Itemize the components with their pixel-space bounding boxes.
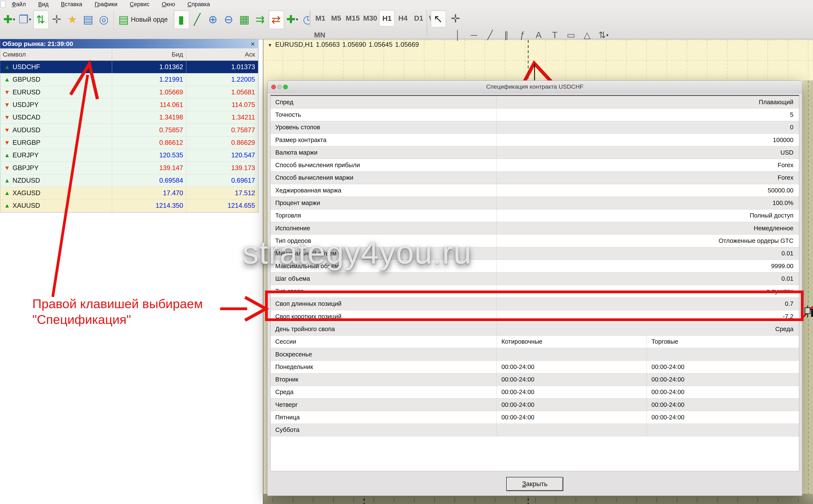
horizontal-line-tool-icon[interactable]: ─ (468, 29, 481, 41)
channel-tool-icon[interactable]: ∥ (500, 29, 513, 41)
spec-row[interactable]: Способ вычисления маржи Forex (271, 172, 799, 184)
trade-session-value: 00:00-24:00 (647, 373, 799, 386)
table-row[interactable]: AUDUSD 0.75857 0.75877 (0, 124, 258, 136)
menu-item[interactable]: Файл (6, 1, 32, 8)
session-day-row[interactable]: Среда 00:00-24:00 00:00-24:00 (271, 386, 799, 399)
collapse-icon[interactable]: ▼ (268, 43, 272, 48)
column-header-bid[interactable]: Бид (112, 48, 186, 60)
spec-label: Валюта маржи (271, 146, 497, 159)
new-chart-icon[interactable]: ✚ ▾ (2, 10, 17, 28)
spec-label: Хеджированная маржа (271, 184, 497, 196)
quote-session-value (497, 348, 647, 360)
spec-row[interactable]: День тройного свопа Среда (271, 323, 799, 335)
spec-row[interactable]: Хеджированная маржа 50000.00 (271, 184, 799, 197)
close-dialog-button[interactable]: Закрыть (506, 477, 563, 491)
strategy-tester-icon[interactable]: ◎ (97, 10, 111, 28)
session-day-row[interactable]: Вторник 00:00-24:00 00:00-24:00 (271, 373, 799, 386)
market-watch-titlebar[interactable]: Обзор рынка: 21:39:00 × (0, 39, 258, 48)
menu-item[interactable]: Вставка (55, 1, 88, 8)
spec-label: Процент маржи (271, 197, 497, 209)
period-clock-icon[interactable]: ◷ (301, 10, 309, 28)
label-tool-icon[interactable]: T (548, 29, 562, 41)
table-row[interactable]: EURGBP 0.86612 0.86629 (0, 137, 258, 149)
session-day-row[interactable]: Четверг 00:00-24:00 00:00-24:00 (271, 399, 799, 411)
menu-item[interactable]: Сервис (124, 1, 155, 8)
timeframe-mn[interactable]: MN (312, 29, 327, 41)
session-day-row[interactable]: Воскресенье (271, 348, 799, 361)
menu-item[interactable]: Окно (155, 1, 181, 8)
spec-row[interactable]: Уровень стопов 0 (271, 121, 799, 134)
symbol-label: USDJPY (13, 101, 39, 109)
cursor-tool-icon[interactable]: ↖ (431, 10, 446, 27)
session-day-row[interactable]: Пятница 00:00-24:00 00:00-24:00 (271, 411, 799, 424)
session-day-row[interactable]: Суббота (271, 424, 799, 436)
table-row[interactable]: USDCHF 1.01362 1.01373 (0, 61, 258, 73)
table-row[interactable]: EURUSD 1.05669 1.05681 (0, 86, 258, 99)
close-window-icon[interactable] (271, 85, 276, 89)
new-order-button[interactable]: ▤ Новый орде (116, 10, 170, 29)
dialog-titlebar[interactable]: Спецификация контракта USDCHF (267, 81, 802, 93)
menu-item[interactable]: Графики (88, 1, 124, 8)
tile-windows-icon[interactable]: ▦ (237, 10, 252, 28)
session-day-row[interactable]: Понедельник 00:00-24:00 00:00-24:00 (271, 361, 799, 373)
spec-row[interactable]: Шаг объема 0.01 (271, 272, 799, 285)
table-row[interactable]: NZDUSD 0.69584 0.69617 (0, 174, 258, 187)
timeframe-d1[interactable]: D1 (411, 10, 426, 26)
spec-row[interactable]: Способ вычисления прибыли Forex (271, 159, 799, 171)
timeframe-h1[interactable]: H1 (379, 10, 395, 26)
spec-row[interactable]: Спред Плавающий (271, 96, 799, 108)
vertical-line-tool-icon[interactable]: │ (451, 29, 465, 41)
zoom-window-icon[interactable] (283, 85, 288, 89)
spec-row[interactable]: Размер контракта 100000 (271, 134, 799, 146)
indicators-icon[interactable]: ✚ ▾ (285, 10, 300, 28)
menu-item[interactable]: Вид (32, 1, 55, 8)
spec-row[interactable]: Валюта маржи USD (271, 146, 799, 159)
line-chart-icon[interactable]: ╱ (190, 10, 205, 28)
timeframe-m30[interactable]: M30 (362, 10, 378, 26)
rectangle-tool-icon[interactable]: ▭ (565, 29, 578, 41)
table-row[interactable]: USDJPY 114.061 114.075 (0, 99, 258, 111)
sessions-header-row: Сессии Котировочные Торговые (271, 336, 799, 348)
navigator-icon[interactable]: ★ (65, 10, 80, 28)
table-row[interactable]: GBPUSD 1.21991 1.22005 (0, 73, 258, 86)
zoom-out-icon[interactable]: ⊖ (221, 10, 236, 28)
candlestick-chart-icon[interactable]: ▮ (174, 10, 189, 29)
timeframe-m5[interactable]: M5 (329, 10, 344, 26)
market-watch-header: Символ Бид Аск (0, 48, 258, 61)
text-tool-icon[interactable]: A (532, 29, 545, 41)
timeframe-m15[interactable]: M15 (344, 10, 361, 26)
menu-item[interactable]: Справка (181, 1, 216, 8)
spec-value: 5 (497, 108, 799, 121)
symbol-label: GBPJPY (13, 164, 39, 172)
timeframe-m1[interactable]: M1 (313, 10, 328, 26)
zoom-in-icon[interactable]: ⊕ (206, 10, 221, 28)
bid-value: 139.147 (112, 164, 183, 172)
minimize-window-icon[interactable] (277, 85, 282, 89)
spec-row[interactable]: Точность 5 (271, 108, 799, 121)
spec-row[interactable]: Торговля Полный доступ (271, 209, 799, 222)
auto-scroll-icon[interactable]: ⇉ (253, 10, 268, 28)
table-row[interactable]: USDCAD 1.34198 1.34211 (0, 111, 258, 124)
arrows-tool-icon[interactable]: ⇅ ▾ (597, 29, 610, 41)
table-row[interactable]: XAGUSD 17.470 17.512 (0, 187, 258, 199)
terminal-icon[interactable]: ▤ (81, 10, 96, 28)
table-row[interactable]: GBPJPY 139.147 139.173 (0, 162, 258, 174)
column-header-ask[interactable]: Аск (186, 48, 258, 60)
table-row[interactable]: XAUUSD 1214.350 1214.655 (0, 199, 258, 212)
table-row[interactable]: EURJPY 120.535 120.547 (0, 149, 258, 162)
column-header-symbol[interactable]: Символ (0, 48, 112, 60)
fibonacci-tool-icon[interactable]: ƒ (516, 29, 529, 41)
market-watch-icon[interactable]: ⇅ (33, 10, 48, 29)
spec-row[interactable]: Процент маржи 100.0% (271, 197, 799, 209)
crosshair-tool-icon[interactable]: ✛ (448, 10, 463, 27)
spec-row[interactable]: Исполнение Немедленное (271, 222, 799, 235)
chart-profiles-icon[interactable]: ❐ ▾ (17, 10, 32, 28)
symbol-label: NZDUSD (13, 177, 40, 184)
triangle-tool-icon[interactable]: △ (581, 29, 594, 41)
ask-value: 120.547 (186, 151, 255, 159)
timeframe-h4[interactable]: H4 (395, 10, 410, 26)
chart-shift-icon[interactable]: ⇄ (269, 10, 284, 29)
trendline-tool-icon[interactable]: ╱ (484, 29, 497, 41)
data-window-icon[interactable]: ✛ (49, 10, 64, 28)
close-icon[interactable]: × (247, 40, 258, 48)
